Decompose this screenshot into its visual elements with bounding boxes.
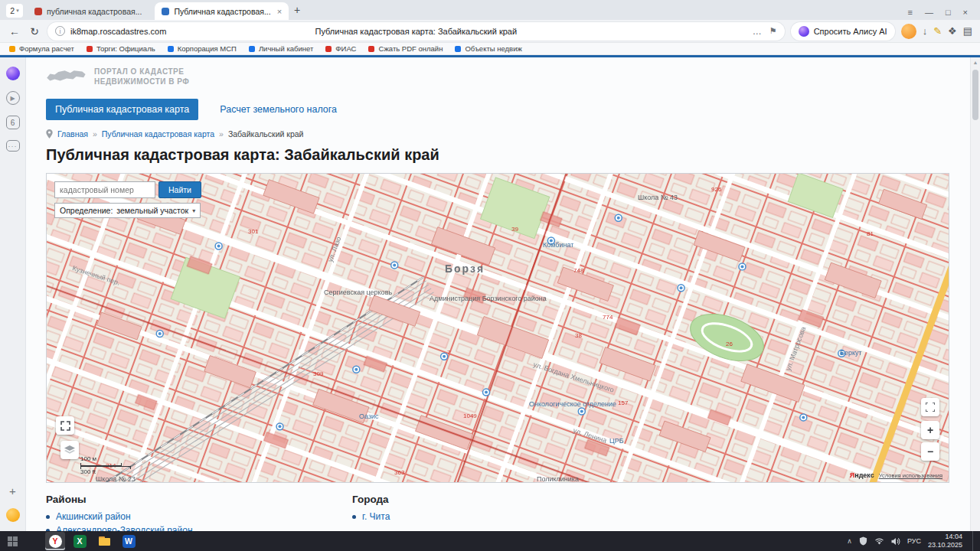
play-icon[interactable]: ▶: [6, 91, 20, 105]
bookmark-item[interactable]: Личный кабинет: [249, 44, 313, 53]
cadastral-number-input[interactable]: [54, 181, 155, 198]
map-scale: 100 м 300 ft: [80, 456, 131, 476]
cadastral-map[interactable]: БорзяШкола № 43Администрация Борзинского…: [46, 173, 949, 483]
alice-sidebar-icon[interactable]: [6, 67, 20, 80]
breadcrumb-item: Главная »: [57, 129, 102, 139]
url-text: ik8map.roscadastres.com: [70, 27, 166, 36]
bookmark-label: Корпорация МСП: [178, 44, 237, 53]
location-pin-icon: [46, 129, 53, 139]
windows-taskbar: Y X W ∧ РУС 14:04 23.10.2025: [0, 531, 980, 551]
site-nav-tab[interactable]: Публичная кадастровая карта: [46, 99, 198, 120]
breadcrumb-item: Публичная кадастровая карта »: [102, 129, 228, 139]
bookmark-item[interactable]: Корпорация МСП: [168, 44, 237, 53]
page-title: Публичная кадастровая карта: Забайкальск…: [46, 146, 949, 164]
browser-tab[interactable]: публичная кадастровая...: [28, 2, 155, 20]
map-layers-button[interactable]: [60, 441, 79, 459]
site-header: ПОРТАЛ О КАДАСТРЕ НЕДВИЖИМОСТИ В РФ: [46, 65, 949, 88]
wifi-icon[interactable]: [874, 537, 884, 545]
map-search-button[interactable]: Найти: [158, 181, 201, 198]
bookmark-label: Формула расчет: [19, 44, 74, 53]
list-item: Александрово-Заводский район: [46, 525, 352, 531]
bookmark-favicon: [9, 46, 15, 52]
bookmark-item[interactable]: Сжать PDF онлайн: [368, 44, 443, 53]
site-logo-text: ПОРТАЛ О КАДАСТРЕ НЕДВИЖИМОСТИ В РФ: [94, 67, 189, 86]
breadcrumb: Главная » Публичная кадастровая карта » …: [46, 129, 949, 139]
taskbar-app[interactable]: Y: [45, 532, 65, 550]
browser-tab[interactable]: Публичная кадастровая... ×: [155, 2, 289, 20]
terms-link[interactable]: Условия использования: [879, 472, 942, 479]
bookmark-item[interactable]: Объекты недвиж: [455, 44, 521, 53]
list-item: Акшинский район: [46, 511, 352, 522]
alice-label: Спросить Алису AI: [814, 27, 887, 36]
districts-title: Районы: [46, 494, 352, 505]
district-link[interactable]: Акшинский район: [56, 511, 131, 522]
scroll-up-arrow[interactable]: ▲: [971, 57, 980, 65]
volume-icon[interactable]: [891, 537, 900, 546]
yandex-logo[interactable]: Яндекс: [850, 471, 874, 479]
browser-menu-icon[interactable]: ≡: [907, 8, 912, 17]
tray-expand-icon[interactable]: ∧: [847, 537, 852, 545]
city-link[interactable]: г. Чита: [362, 511, 390, 522]
window-minimize-button[interactable]: —: [925, 8, 933, 17]
counter-badge[interactable]: 6: [6, 116, 20, 129]
collections-icon[interactable]: ▤: [963, 25, 972, 37]
bookmark-favicon: [455, 46, 461, 52]
bookmark-item[interactable]: ФИАС: [325, 44, 356, 53]
breadcrumb-item: Забайкальский край: [228, 129, 313, 139]
bookmark-label: Объекты недвиж: [465, 44, 521, 53]
downloads-icon[interactable]: ↓: [923, 25, 928, 37]
region-lists: Районы Акшинский районАлександрово-Завод…: [46, 494, 949, 531]
window-close-button[interactable]: ×: [963, 8, 968, 17]
show-desktop-button[interactable]: [972, 531, 975, 551]
chat-icon[interactable]: ···: [6, 140, 20, 152]
map-fullscreen-button[interactable]: [921, 398, 939, 416]
map-attribution: Яндекс Условия использования: [850, 471, 942, 479]
taskbar-clock[interactable]: 14:04 23.10.2025: [928, 533, 962, 549]
browser-toolbar: ← ↻ i ik8map.roscadastres.com Публичная …: [0, 20, 980, 43]
tab-group-badge[interactable]: 2 ▾: [6, 4, 23, 18]
map-filter-select[interactable]: Определение: земельный участок ▾: [54, 203, 201, 218]
site-nav: Публичная кадастровая карта Расчет земел…: [46, 99, 949, 120]
list-item: г. Чита: [352, 511, 390, 522]
address-bar[interactable]: i ik8map.roscadastres.com Публичная када…: [47, 22, 785, 41]
address-more-icon[interactable]: …: [753, 26, 762, 37]
window-maximize-button[interactable]: □: [946, 8, 951, 17]
breadcrumb-link[interactable]: Главная: [57, 129, 88, 139]
bookmark-flag-icon[interactable]: ⚑: [769, 26, 777, 36]
edit-icon[interactable]: ✎: [933, 25, 942, 37]
bookmark-label: Торги: Официаль: [96, 44, 155, 53]
tab-title: публичная кадастровая...: [47, 7, 142, 16]
bookmark-favicon: [325, 46, 332, 52]
sidebar-add-icon[interactable]: +: [9, 484, 16, 497]
profile-avatar[interactable]: [901, 24, 916, 39]
tab-title: Публичная кадастровая...: [174, 7, 270, 16]
chevron-down-icon: ▾: [16, 8, 19, 14]
back-button[interactable]: ←: [8, 25, 21, 37]
extensions-icon[interactable]: ❖: [948, 25, 957, 37]
site-logo-russia-map: [46, 65, 87, 88]
language-indicator[interactable]: РУС: [907, 537, 921, 545]
taskbar-app[interactable]: W: [119, 532, 139, 550]
bookmark-item[interactable]: Торги: Официаль: [87, 44, 155, 53]
site-nav-tab[interactable]: Расчет земельного налога: [211, 99, 346, 120]
page-scrollbar[interactable]: ▲: [970, 57, 980, 531]
reload-button[interactable]: ↻: [28, 25, 41, 37]
zoom-in-button[interactable]: +: [921, 421, 939, 439]
shield-icon[interactable]: [859, 536, 867, 546]
tab-close-icon[interactable]: ×: [277, 7, 282, 16]
games-icon[interactable]: [6, 508, 20, 522]
taskbar-app[interactable]: [94, 532, 114, 550]
breadcrumb-link[interactable]: Публичная кадастровая карта: [102, 129, 214, 139]
breadcrumb-link[interactable]: Забайкальский край: [228, 129, 304, 139]
bookmark-item[interactable]: Формула расчет: [9, 44, 74, 53]
district-link[interactable]: Александрово-Заводский район: [56, 525, 193, 531]
alice-orb-icon: [799, 26, 809, 37]
taskbar-app[interactable]: X: [70, 532, 90, 550]
scrollbar-thumb[interactable]: [972, 70, 978, 120]
site-info-icon[interactable]: i: [55, 26, 65, 36]
new-tab-button[interactable]: +: [289, 2, 305, 18]
start-button[interactable]: [8, 536, 18, 546]
zoom-out-button[interactable]: −: [921, 442, 939, 461]
alice-button[interactable]: Спросить Алису AI: [791, 22, 895, 41]
map-measure-button[interactable]: [56, 416, 74, 435]
